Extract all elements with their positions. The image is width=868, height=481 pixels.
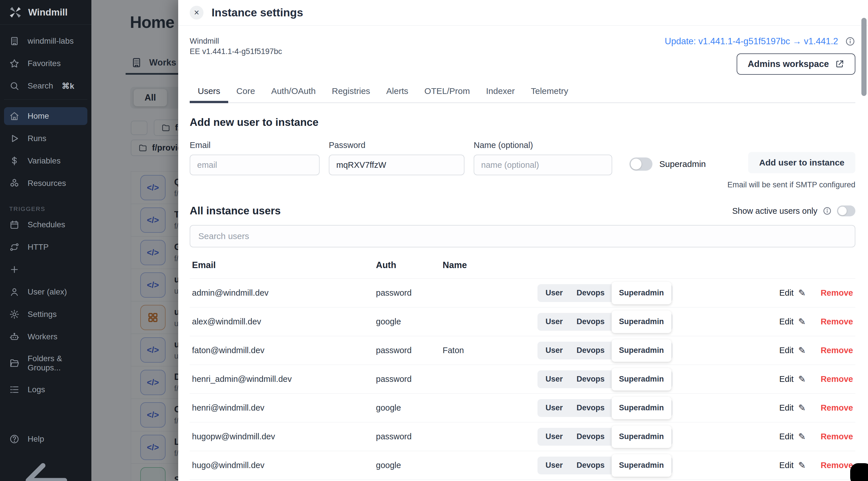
name-field[interactable] bbox=[474, 155, 612, 175]
role-option-devops[interactable]: Devops bbox=[570, 375, 612, 384]
role-option-devops[interactable]: Devops bbox=[570, 432, 612, 441]
edit-button[interactable]: Edit✎ bbox=[779, 345, 806, 356]
edit-button[interactable]: Edit✎ bbox=[779, 460, 806, 471]
edit-label: Edit bbox=[779, 288, 794, 298]
folder-open-icon bbox=[9, 358, 20, 368]
tab-otel-prom[interactable]: OTEL/Prom bbox=[416, 82, 478, 102]
tab-registries[interactable]: Registries bbox=[323, 82, 378, 102]
role-option-superadmin[interactable]: Superadmin bbox=[612, 368, 672, 390]
add-user-button[interactable]: Add user to instance bbox=[748, 152, 855, 173]
sidebar-item-schedules[interactable]: Schedules bbox=[4, 216, 87, 234]
role-segmented-control: User Devops Superadmin bbox=[537, 284, 673, 302]
close-button[interactable]: × bbox=[190, 6, 204, 20]
password-field-group: Password bbox=[329, 140, 464, 175]
superadmin-toggle-group: Superadmin bbox=[629, 154, 706, 174]
sidebar-item-home[interactable]: Home bbox=[4, 107, 87, 125]
sidebar-bottom-group: User (alex) Settings Workers Folders & G… bbox=[0, 283, 91, 481]
role-option-devops[interactable]: Devops bbox=[570, 404, 612, 412]
role-option-superadmin[interactable]: Superadmin bbox=[612, 454, 672, 477]
info-icon[interactable] bbox=[845, 36, 855, 46]
calendar-icon bbox=[9, 220, 20, 230]
sidebar-item-runs[interactable]: Runs bbox=[4, 130, 87, 148]
user-table-row: henri_admin@windmill.dev password User D… bbox=[190, 365, 855, 393]
role-option-devops[interactable]: Devops bbox=[570, 288, 612, 297]
info-icon[interactable] bbox=[823, 206, 832, 216]
role-option-user[interactable]: User bbox=[538, 404, 570, 412]
role-option-superadmin[interactable]: Superadmin bbox=[612, 425, 672, 448]
user-email: henri_admin@windmill.dev bbox=[192, 375, 376, 384]
update-link[interactable]: Update: v1.441.1-4-g51f5197bc → v1.441.2 bbox=[665, 36, 838, 46]
pencil-icon: ✎ bbox=[798, 345, 806, 356]
sidebar-item-user[interactable]: User (alex) bbox=[4, 283, 87, 301]
sidebar-item-favorites[interactable]: Favorites bbox=[4, 55, 87, 72]
email-field[interactable] bbox=[190, 155, 320, 175]
superadmin-toggle[interactable] bbox=[629, 157, 652, 171]
admins-workspace-button[interactable]: Admins workspace bbox=[737, 54, 855, 75]
sidebar-add-trigger-button[interactable] bbox=[4, 261, 87, 279]
role-option-superadmin[interactable]: Superadmin bbox=[612, 282, 672, 304]
tab-telemetry[interactable]: Telemetry bbox=[523, 82, 576, 102]
sidebar-item-resources[interactable]: Resources bbox=[4, 174, 87, 192]
add-user-heading: Add new user to instance bbox=[190, 116, 855, 128]
tab-indexer[interactable]: Indexer bbox=[478, 82, 523, 102]
edit-button[interactable]: Edit✎ bbox=[779, 403, 806, 413]
role-option-user[interactable]: User bbox=[538, 288, 570, 297]
role-option-user[interactable]: User bbox=[538, 461, 570, 470]
tab-alerts[interactable]: Alerts bbox=[378, 82, 416, 102]
sidebar-collapse-button[interactable] bbox=[4, 448, 87, 481]
sidebar-item-search[interactable]: Search ⌘k bbox=[4, 77, 87, 95]
remove-button[interactable]: Remove bbox=[820, 317, 853, 326]
tab-auth-oauth[interactable]: Auth/OAuth bbox=[263, 82, 323, 102]
password-field[interactable] bbox=[329, 155, 464, 175]
pencil-icon: ✎ bbox=[798, 403, 806, 413]
user-email: hugo@windmill.dev bbox=[192, 460, 376, 470]
search-users-input[interactable] bbox=[190, 225, 855, 247]
role-option-user[interactable]: User bbox=[538, 432, 570, 441]
all-users-heading: All instance users bbox=[190, 205, 281, 217]
remove-button[interactable]: Remove bbox=[820, 432, 853, 441]
drawer-scrollbar-thumb[interactable] bbox=[861, 18, 867, 96]
pencil-icon: ✎ bbox=[798, 316, 806, 327]
role-option-superadmin[interactable]: Superadmin bbox=[612, 311, 672, 333]
role-option-user[interactable]: User bbox=[538, 346, 570, 355]
role-option-user[interactable]: User bbox=[538, 317, 570, 326]
sidebar-item-logs[interactable]: Logs bbox=[4, 381, 87, 398]
role-option-superadmin[interactable]: Superadmin bbox=[612, 397, 672, 419]
sidebar-item-http[interactable]: HTTP bbox=[4, 238, 87, 256]
row-actions: Edit✎ Remove bbox=[779, 374, 853, 384]
remove-button[interactable]: Remove bbox=[820, 346, 853, 355]
role-segmented-control: User Devops Superadmin bbox=[537, 428, 673, 446]
role-option-devops[interactable]: Devops bbox=[570, 317, 612, 326]
remove-button[interactable]: Remove bbox=[820, 403, 853, 413]
toggle-knob bbox=[630, 159, 642, 169]
edit-button[interactable]: Edit✎ bbox=[779, 288, 806, 298]
role-option-devops[interactable]: Devops bbox=[570, 346, 612, 355]
sidebar-item-settings[interactable]: Settings bbox=[4, 306, 87, 323]
sidebar-item-help[interactable]: Help bbox=[4, 430, 87, 448]
show-active-group: Show active users only bbox=[732, 205, 855, 216]
remove-button[interactable]: Remove bbox=[820, 460, 853, 470]
remove-button[interactable]: Remove bbox=[820, 288, 853, 298]
edit-button[interactable]: Edit✎ bbox=[779, 316, 806, 327]
tab-users[interactable]: Users bbox=[190, 82, 228, 102]
edit-button[interactable]: Edit✎ bbox=[779, 374, 806, 384]
sidebar-item-label: windmill-labs bbox=[28, 36, 73, 46]
brand-row[interactable]: Windmill bbox=[0, 0, 91, 25]
search-shortcut: ⌘k bbox=[62, 81, 74, 91]
building-icon bbox=[9, 36, 20, 46]
edit-button[interactable]: Edit✎ bbox=[779, 431, 806, 442]
sidebar-item-workers[interactable]: Workers bbox=[4, 328, 87, 346]
role-option-user[interactable]: User bbox=[538, 375, 570, 384]
sidebar-item-folders-groups[interactable]: Folders & Groups... bbox=[4, 350, 87, 376]
sidebar-item-variables[interactable]: Variables bbox=[4, 152, 87, 170]
remove-button[interactable]: Remove bbox=[820, 375, 853, 384]
sidebar-item-label: Help bbox=[28, 435, 44, 444]
tab-core[interactable]: Core bbox=[228, 82, 263, 102]
sidebar-item-workspace[interactable]: windmill-labs bbox=[4, 32, 87, 50]
role-option-devops[interactable]: Devops bbox=[570, 461, 612, 470]
user-email: henri@windmill.dev bbox=[192, 403, 376, 413]
robot-icon bbox=[9, 331, 20, 342]
role-option-superadmin[interactable]: Superadmin bbox=[612, 339, 672, 362]
show-active-toggle[interactable] bbox=[837, 205, 855, 216]
email-field-group: Email bbox=[190, 140, 320, 175]
